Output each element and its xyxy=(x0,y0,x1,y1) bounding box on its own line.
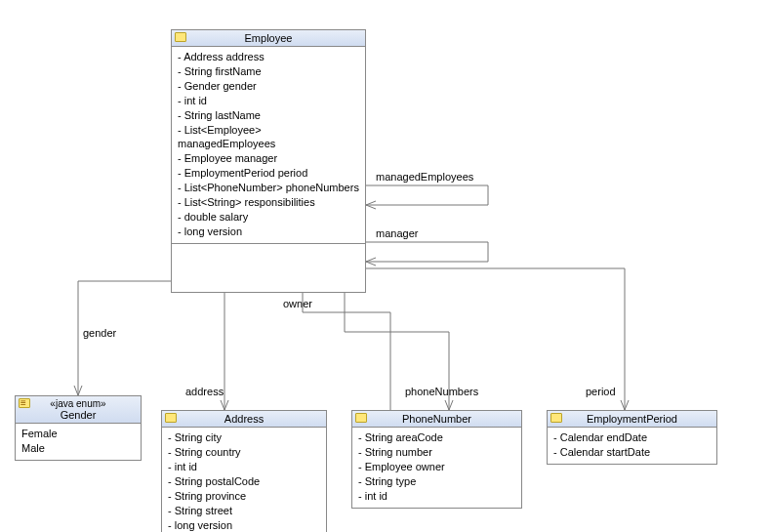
attr: Calendar startDate xyxy=(553,445,711,459)
class-gender-title: Gender xyxy=(20,409,137,421)
assoc-label-period: period xyxy=(586,386,616,397)
attr: long version xyxy=(168,518,320,532)
assoc-label-managedemployees: managedEmployees xyxy=(376,171,473,183)
class-icon xyxy=(550,413,562,423)
assoc-label-gender: gender xyxy=(83,327,116,339)
attr: double salary xyxy=(178,210,359,224)
class-icon xyxy=(355,413,367,423)
class-employee[interactable]: Employee Address address String firstNam… xyxy=(171,29,366,293)
attr: Gender gender xyxy=(178,79,359,93)
attr: String areaCode xyxy=(358,430,515,444)
attr: String street xyxy=(168,504,320,517)
attr: Employee owner xyxy=(358,460,515,473)
class-icon xyxy=(175,32,186,42)
class-address-header: Address xyxy=(162,411,326,428)
class-employee-body: Address address String firstName Gender … xyxy=(172,47,365,243)
class-phonenumber-title: PhoneNumber xyxy=(356,413,517,425)
attr: List<Employee> managedEmployees xyxy=(178,123,359,150)
attr: String firstName xyxy=(178,64,359,78)
assoc-label-owner: owner xyxy=(283,298,312,309)
enum-literal: Female xyxy=(21,427,135,440)
attr: String postalCode xyxy=(168,474,320,488)
attr: String province xyxy=(168,489,320,503)
class-phonenumber-header: PhoneNumber xyxy=(352,411,521,428)
assoc-label-phonenumbers: phoneNumbers xyxy=(405,386,478,397)
attr: String type xyxy=(358,474,515,488)
attr: EmploymentPeriod period xyxy=(178,166,359,180)
attr: int id xyxy=(168,460,320,473)
enum-literal: Male xyxy=(21,441,135,455)
class-phonenumber[interactable]: PhoneNumber String areaCode String numbe… xyxy=(351,410,522,509)
class-employmentperiod-header: EmploymentPeriod xyxy=(548,411,716,428)
attr: List<PhoneNumber> phoneNumbers xyxy=(178,181,359,194)
attr: Employee manager xyxy=(178,151,359,165)
enum-icon xyxy=(19,398,30,408)
class-employmentperiod-title: EmploymentPeriod xyxy=(551,413,713,425)
attr: String city xyxy=(168,430,320,444)
attr: int id xyxy=(358,489,515,503)
attr: int id xyxy=(178,94,359,107)
class-employee-header: Employee xyxy=(172,30,365,47)
class-icon xyxy=(165,413,177,423)
attr: String country xyxy=(168,445,320,459)
attr: String number xyxy=(358,445,515,459)
class-employee-title: Employee xyxy=(176,32,361,44)
attr: long version xyxy=(178,225,359,238)
class-gender-header: «java enum» Gender xyxy=(16,396,141,424)
attr: String lastName xyxy=(178,108,359,122)
class-address[interactable]: Address String city String country int i… xyxy=(161,410,327,532)
class-employmentperiod[interactable]: EmploymentPeriod Calendar endDate Calend… xyxy=(547,410,717,465)
class-gender[interactable]: «java enum» Gender Female Male xyxy=(15,395,142,461)
class-gender-stereotype: «java enum» xyxy=(20,398,137,409)
class-gender-body: Female Male xyxy=(16,424,141,460)
attr: Calendar endDate xyxy=(553,430,711,444)
attr: Address address xyxy=(178,50,359,63)
class-address-body: String city String country int id String… xyxy=(162,428,326,532)
class-employee-operations xyxy=(172,243,365,292)
class-employmentperiod-body: Calendar endDate Calendar startDate xyxy=(548,428,716,464)
attr: List<String> responsibilities xyxy=(178,195,359,209)
assoc-label-manager: manager xyxy=(376,227,418,239)
class-phonenumber-body: String areaCode String number Employee o… xyxy=(352,428,521,508)
assoc-label-address: address xyxy=(185,386,224,397)
class-address-title: Address xyxy=(166,413,322,425)
